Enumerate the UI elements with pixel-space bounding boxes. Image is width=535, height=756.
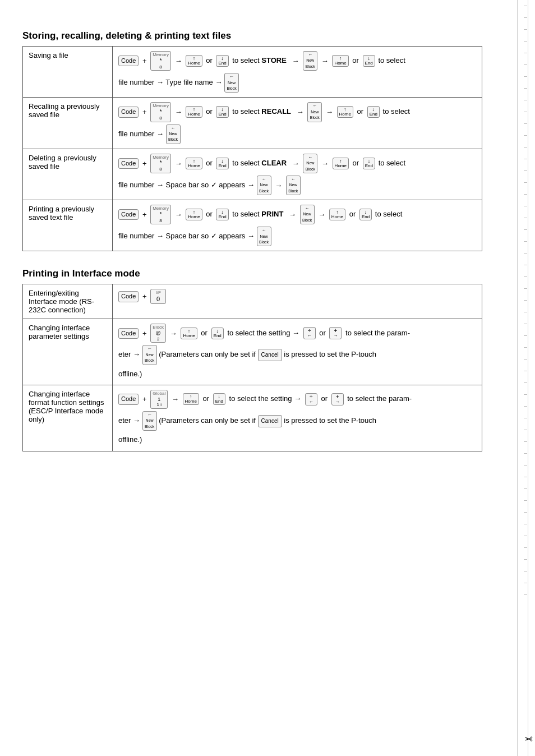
enter-key2: ←NewBlock	[166, 125, 181, 144]
home-key2: ↑ Home	[337, 106, 353, 118]
home-key: ↑ Home	[186, 209, 202, 220]
row-content: Code + Memory * 8 → ↑ Home or ↓ End to s…	[113, 200, 482, 251]
instruction-line1: Code + Memory * 8 → ↑ Home or ↓ End to s…	[118, 107, 411, 116]
section1-title: Storing, recalling, deleting & printing …	[22, 30, 513, 42]
row-label: Recalling a previously saved file	[23, 98, 113, 149]
to-select-recall: to select RECALL	[232, 107, 291, 116]
arrow2: →	[297, 105, 304, 118]
global-key: Global 1 1 i	[150, 390, 168, 409]
or-text1: or	[206, 56, 213, 64]
plus-symbol: +	[142, 157, 147, 170]
if-key: I/F 0	[150, 289, 166, 304]
to-select-param: to select the param-	[345, 329, 410, 337]
block-key: Block @ 2	[150, 324, 166, 343]
arrow1: →	[170, 327, 177, 340]
or-text2: or	[352, 56, 359, 64]
instruction-line2: file number → ←NewBlock	[118, 125, 476, 144]
instruction-line1: Code + Block @ 2 → ↑ Home or ↓ End to se…	[118, 329, 412, 337]
row-label: Changing interface parameter settings	[23, 319, 113, 385]
or-text2: or	[321, 394, 328, 403]
plus-symbol: +	[142, 327, 147, 340]
row-content: Code + Global 1 1 i → ↑ Home or ↓ End to…	[113, 385, 482, 451]
arrow1: →	[172, 393, 179, 405]
enter-key4: ←NewBlock	[286, 176, 301, 195]
memory-key: Memory * 8	[150, 51, 171, 71]
memory-key: Memory * 8	[150, 154, 171, 173]
to-select2: to select	[378, 56, 405, 64]
table-row: Changing interface parameter settings Co…	[23, 319, 482, 385]
arrow3: →	[321, 54, 329, 67]
margin-ticks	[524, 6, 527, 606]
code-key: Code	[118, 107, 139, 117]
table2: Entering/exiting Interface mode (RS-232C…	[22, 284, 482, 451]
home-key2: ↑ Home	[329, 209, 345, 220]
to-select-print: to select PRINT	[232, 210, 283, 218]
enter-key2: ←NewBlock	[224, 73, 239, 93]
or-text1: or	[201, 329, 207, 337]
plus-symbol: +	[142, 290, 147, 303]
row-label: Saving a file	[23, 47, 113, 98]
plus-symbol: +	[142, 105, 147, 118]
minus-key2: ÷ ←	[305, 393, 317, 405]
table-row: Entering/exiting Interface mode (RS-232C…	[23, 284, 482, 319]
section2-title: Printing in Interface mode	[22, 268, 513, 279]
instruction-line2: eter → ←NewBlock (Parameters can only be…	[118, 411, 476, 431]
row-content: Code + I/F 0	[113, 284, 482, 319]
code-key: Code	[118, 328, 139, 339]
to-select-setting: to select the setting →	[229, 394, 302, 403]
table-row: Saving a file Code + Memory * 8 → ↑ Home…	[23, 47, 482, 98]
or-text2: or	[319, 329, 326, 337]
instruction-line1: Code + Memory * 8 → ↑ Home or ↓ End to s…	[118, 210, 403, 218]
arrow3: →	[326, 105, 333, 118]
memory-key: Memory * 8	[150, 102, 171, 122]
home-key: ↑ Home	[186, 55, 202, 67]
row-label: Entering/exiting Interface mode (RS-232C…	[23, 284, 113, 319]
code-key: Code	[118, 56, 139, 66]
home-key: ↑ Home	[183, 393, 199, 405]
cancel-key: Cancel	[258, 349, 282, 361]
home-key: ↑ Home	[186, 158, 202, 169]
end-key: ↓ End	[216, 209, 228, 220]
instruction-line3: offline.)	[118, 433, 476, 446]
to-select-store: to select STORE	[232, 56, 287, 64]
table-row: Deleting a previously saved file Code + …	[23, 149, 482, 200]
arrow1: →	[175, 105, 182, 118]
to-select2: to select	[379, 159, 405, 167]
or-text2: or	[353, 159, 359, 167]
or-text2: or	[349, 210, 356, 218]
enter-key2: ←NewBlock	[142, 411, 157, 431]
instruction-line1: Code + Memory * 8 → ↑ Home or ↓ End to s…	[118, 56, 407, 64]
row-label: Changing interface format function setti…	[23, 385, 113, 451]
enter-key1: ←NewBlock	[303, 51, 317, 71]
cancel-key2: Cancel	[258, 415, 282, 427]
instruction-line2: file number → Type file name → ←NewBlock	[118, 73, 476, 93]
arrow3: →	[318, 208, 325, 221]
table-row: Changing interface format function setti…	[23, 385, 482, 451]
end-key2: ↓ End	[367, 106, 380, 118]
arrow1: →	[175, 208, 182, 221]
arrow1: →	[175, 54, 182, 67]
row-content: Code + Memory * 8 → ↑ Home or ↓ End to s…	[113, 47, 482, 98]
row-label: Deleting a previously saved file	[23, 149, 113, 200]
end-key: ↓ End	[216, 158, 228, 169]
row-content: Code + Memory * 8 → ↑ Home or ↓ End to s…	[113, 98, 482, 149]
end-key: ↓ End	[216, 106, 228, 118]
home-key: ↑ Home	[181, 328, 197, 339]
enter-key1: ←NewBlock	[142, 345, 157, 365]
memory-key: Memory * 8	[150, 205, 171, 224]
or-text1: or	[206, 159, 213, 167]
row-label: Printing a previously saved text file	[23, 200, 113, 251]
table-row: Recalling a previously saved file Code +…	[23, 98, 482, 149]
arrow4: →	[275, 179, 282, 192]
to-select-setting: to select the setting →	[227, 329, 299, 337]
to-select2: to select	[375, 210, 402, 218]
plus-symbol: +	[142, 54, 147, 67]
to-select-clear: to select CLEAR	[232, 159, 287, 167]
instruction-line1: Code + Memory * 8 → ↑ Home or ↓ End to s…	[118, 159, 407, 167]
enter-key1: ←NewBlock	[307, 102, 322, 122]
to-select-param2: to select the param-	[347, 394, 412, 403]
plus-key: + →	[329, 327, 342, 339]
instruction-line1: Code + I/F 0	[118, 292, 166, 300]
plus-symbol: +	[142, 208, 147, 221]
plus-key2: + →	[331, 393, 344, 405]
